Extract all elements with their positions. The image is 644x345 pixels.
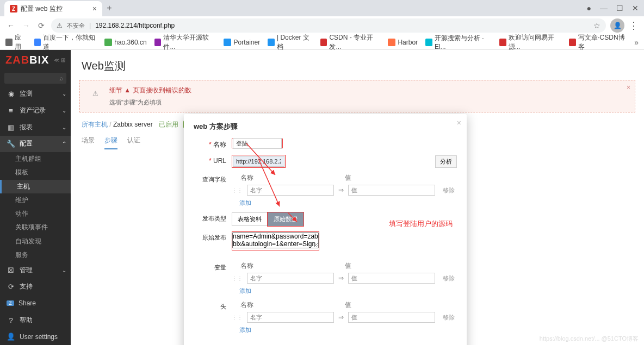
remove-link[interactable]: 移除 (443, 274, 455, 283)
modal-close-icon[interactable]: × (457, 118, 461, 127)
sidebar-user-settings[interactable]: 👤User settings (0, 328, 71, 345)
reload-icon[interactable]: ⟳ (36, 21, 47, 30)
watermark: https://blog.csdn.net/... @51CTO博客 (540, 335, 639, 343)
crumb-all-hosts[interactable]: 所有主机 (82, 121, 108, 128)
tab-auth[interactable]: 认证 (127, 136, 140, 149)
modal-title: web 方案步骤 (194, 122, 457, 131)
address-bar[interactable]: ⚠ 不安全 | 192.168.2.214/httpconf.php ☆ (51, 18, 606, 33)
bookmark-item[interactable]: Portainer (224, 39, 260, 46)
sidebar-sub-templates[interactable]: 模板 (0, 166, 71, 179)
sidebar-share[interactable]: ZShare (0, 295, 71, 312)
sidebar-item-reports[interactable]: ▥报表⌄ (0, 119, 71, 136)
remove-link[interactable]: 移除 (443, 313, 455, 322)
sidebar-sub-discovery[interactable]: 自动发现 (0, 234, 71, 248)
var-value-input[interactable] (348, 273, 435, 284)
headers-label: 头 (194, 300, 232, 311)
bookmark-item[interactable]: Harbor (388, 39, 418, 46)
maximize-icon[interactable]: ☐ (616, 4, 623, 12)
query-value-input[interactable] (348, 185, 435, 196)
browser-tab[interactable]: Z 配置 web 监控 × (4, 1, 102, 16)
var-name-input[interactable] (247, 273, 334, 284)
step-modal: × web 方案步骤 * 名称 * URL 分析 查询字段 名称值 (184, 114, 467, 345)
bookmarks-bar: 应用 百度一下，你就知道 hao.360.cn 清华大学开源软件... Port… (0, 35, 644, 50)
sidebar-item-monitoring[interactable]: ◉监测⌄ (0, 86, 71, 103)
page-title: Web监测 (71, 50, 644, 80)
warning-detail: 选项"步骤"为必填项 (109, 98, 191, 106)
header-name-input[interactable] (247, 312, 334, 323)
bookmark-item[interactable]: 欢迎访问网易开源... (499, 33, 561, 52)
sidebar-item-inventory[interactable]: ≡资产记录⌄ (0, 102, 71, 119)
bookmark-item[interactable]: 清华大学开源软件... (154, 33, 216, 52)
tab-steps[interactable]: 步骤 (104, 136, 117, 149)
sidebar-support[interactable]: ⟳支持 (0, 279, 71, 296)
warning-box: ⚠ 细节 ▲ 页面接收到错误的数 选项"步骤"为必填项 × (79, 80, 635, 112)
sidebar-sub-hosts[interactable]: 主机 (0, 180, 71, 193)
forward-icon: → (21, 21, 32, 30)
kebab-menu-icon[interactable]: ⋮ (629, 20, 639, 32)
drag-handle-icon[interactable]: ⋮⋮ (232, 187, 243, 193)
parse-button[interactable]: 分析 (435, 155, 457, 168)
bookmark-item[interactable]: CSDN - 专业开发... (320, 33, 381, 52)
warning-header[interactable]: 细节 ▲ 页面接收到错误的数 (109, 86, 191, 95)
search-icon: ⌕ (59, 74, 63, 82)
name-label: * 名称 (194, 138, 232, 149)
url-label: * URL (194, 155, 232, 165)
sidebar-sub-hostgroups[interactable]: 主机群组 (0, 152, 71, 166)
collapse-icon[interactable]: ≪ ⊞ (54, 57, 65, 63)
sidebar-search[interactable]: ⌕ (4, 73, 66, 84)
sidebar: ZABBIX ≪ ⊞ ⌕ ◉监测⌄ ≡资产记录⌄ ▥报表⌄ 🔧配置⌃ 主机群组 … (0, 50, 71, 345)
account-dot-icon[interactable]: ● (587, 4, 591, 12)
crumb-server[interactable]: Zabbix server (113, 121, 153, 128)
url-input[interactable] (233, 156, 284, 167)
var-add-link[interactable]: 添加 (239, 287, 251, 295)
back-icon[interactable]: ← (5, 21, 16, 30)
insecure-icon: ⚠ (57, 22, 63, 29)
query-add-link[interactable]: 添加 (239, 199, 251, 207)
warning-icon: ⚠ (88, 86, 103, 101)
query-label: 查询字段 (194, 173, 232, 184)
bookmark-item[interactable]: | Docker 文档 (268, 33, 312, 52)
sidebar-sub-actions[interactable]: 动作 (0, 207, 71, 221)
minimize-icon[interactable]: — (600, 4, 608, 12)
header-value-input[interactable] (348, 312, 435, 323)
bookmark-item[interactable]: hao.360.cn (104, 39, 146, 46)
tab-title: 配置 web 监控 (21, 4, 89, 14)
name-input[interactable] (233, 138, 282, 149)
zabbix-favicon: Z (10, 5, 17, 12)
sidebar-sub-maintenance[interactable]: 维护 (0, 193, 71, 207)
sidebar-help[interactable]: ?帮助 (0, 312, 71, 329)
sidebar-sub-services[interactable]: 服务 (0, 248, 71, 262)
posttype-label: 发布类型 (194, 212, 232, 223)
remove-link[interactable]: 移除 (443, 186, 455, 195)
vars-label: 变量 (194, 261, 232, 272)
enabled-label: 已启用 (159, 121, 178, 128)
bookmark-item[interactable]: 开源搜索与分析 · El... (425, 34, 492, 51)
logo[interactable]: ZABBIX ≪ ⊞ (0, 50, 71, 71)
header-add-link[interactable]: 添加 (239, 326, 251, 334)
profile-avatar[interactable]: 👤 (610, 18, 624, 33)
posttype-form[interactable]: 表格资料 (232, 212, 268, 226)
raw-post-textarea[interactable] (232, 232, 319, 248)
apps-button[interactable]: 应用 (5, 33, 27, 52)
new-tab-button[interactable]: + (102, 3, 116, 13)
posttype-raw[interactable]: 原始数据 (268, 212, 304, 226)
sidebar-item-config[interactable]: 🔧配置⌃ (0, 136, 71, 153)
sidebar-item-admin[interactable]: ☒管理⌄ (0, 262, 71, 279)
close-window-icon[interactable]: ✕ (632, 4, 639, 12)
close-icon[interactable]: × (92, 4, 97, 13)
sidebar-sub-correlation[interactable]: 关联项事件 (0, 221, 71, 234)
drag-handle-icon[interactable]: ⋮⋮ (232, 275, 243, 281)
tab-scenario[interactable]: 场景 (82, 136, 95, 149)
drag-handle-icon[interactable]: ⋮⋮ (232, 315, 243, 321)
raw-label: 原始发布 (194, 231, 232, 242)
bookmarks-more-icon[interactable]: » (634, 38, 639, 47)
insecure-label: 不安全 (67, 22, 85, 30)
warning-close-icon[interactable]: × (627, 84, 630, 91)
bookmark-star-icon[interactable]: ☆ (593, 21, 600, 30)
query-name-input[interactable] (247, 185, 334, 196)
bookmark-item[interactable]: 写文章-CSDN博客 (569, 33, 627, 52)
url-text: 192.168.2.214/httpconf.php (95, 22, 175, 29)
bookmark-item[interactable]: 百度一下，你就知道 (34, 33, 97, 52)
